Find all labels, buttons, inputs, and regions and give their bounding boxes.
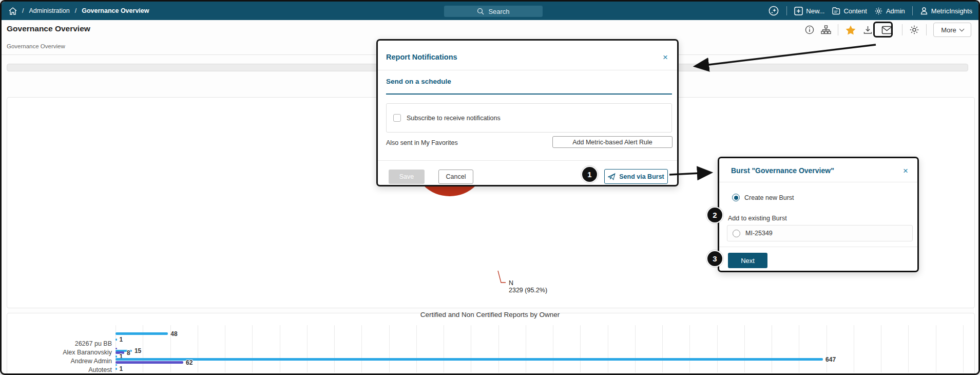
modal-header-divider <box>378 70 677 70</box>
existing-burst-label: MI-25349 <box>745 230 773 237</box>
paper-plane-icon <box>608 173 616 180</box>
chevron-down-icon <box>959 27 964 32</box>
radio-unselected-icon[interactable] <box>733 230 740 237</box>
add-existing-label: Add to existing Burst <box>728 215 787 222</box>
create-new-burst-label: Create new Burst <box>744 194 794 201</box>
add-metric-alert-button[interactable]: Add Metric-based Alert Rule <box>552 136 672 148</box>
modal-header-divider <box>719 182 917 182</box>
bar-segment[interactable] <box>116 368 117 370</box>
donut-slice-label: N <box>509 279 513 287</box>
modal-footer-divider <box>378 160 677 161</box>
search-placeholder: Search <box>488 8 509 15</box>
breadcrumb-item-administration[interactable]: Administration <box>29 7 69 14</box>
plus-square-icon <box>794 7 803 15</box>
donut-slice-value: 2329 (95.2%) <box>509 287 547 294</box>
nav-item-user[interactable]: MetricInsights <box>920 7 972 15</box>
save-button[interactable]: Save <box>389 170 425 184</box>
close-icon[interactable]: × <box>903 166 908 175</box>
bar-segment[interactable] <box>116 358 823 361</box>
gear-icon[interactable] <box>909 25 919 35</box>
send-via-burst-button[interactable]: Send via Burst <box>604 169 668 184</box>
nav-divider <box>786 6 787 15</box>
nav-item-label: Admin <box>886 7 905 15</box>
subscribe-box: Subscribe to receive notifications <box>386 103 672 133</box>
envelope-highlight-box <box>873 22 893 38</box>
top-nav-right: New... Content Admin MetricInsights <box>768 2 972 20</box>
breadcrumb-separator: / <box>75 7 76 14</box>
more-button[interactable]: More <box>933 23 971 37</box>
header-divider-bar <box>902 24 902 35</box>
nav-item-content[interactable]: Content <box>832 7 867 15</box>
download-icon[interactable] <box>863 25 873 35</box>
bar-segment[interactable] <box>116 351 124 354</box>
bar-segment[interactable] <box>116 348 117 349</box>
app-window: / Administration / Governance Overview S… <box>0 0 980 375</box>
page-title: Governance Overview <box>7 24 90 33</box>
step-badge-2: 2 <box>706 207 723 223</box>
person-icon <box>920 7 928 15</box>
nav-item-new[interactable]: New... <box>794 7 824 15</box>
bar-segment[interactable] <box>116 355 117 358</box>
cancel-button[interactable]: Cancel <box>438 170 473 184</box>
subscribe-checkbox[interactable] <box>393 114 401 122</box>
star-icon[interactable] <box>845 25 856 35</box>
nav-item-label: New... <box>806 7 824 15</box>
bar-segment[interactable] <box>116 332 168 335</box>
info-icon[interactable] <box>805 25 814 34</box>
bar-chart-card <box>7 313 975 375</box>
existing-burst-option[interactable]: MI-25349 <box>727 225 913 241</box>
modal-title: Report Notifications <box>386 53 457 61</box>
bar-segment[interactable] <box>116 361 183 364</box>
nav-item-label: Content <box>843 7 867 15</box>
subscribe-label: Subscribe to receive notifications <box>407 115 501 122</box>
arrow-to-report-modal <box>696 45 876 66</box>
section-underline <box>386 93 672 95</box>
home-icon[interactable] <box>9 7 17 15</box>
breadcrumb-separator: / <box>22 7 24 14</box>
document-icon <box>832 7 840 15</box>
bar-chart-title: Certified and Non Certified Reports by O… <box>2 311 978 318</box>
ai-assistant-icon[interactable] <box>768 5 779 16</box>
breadcrumb: / Administration / Governance Overview <box>2 7 149 15</box>
modal-footer-divider <box>719 247 917 247</box>
sitemap-icon[interactable] <box>821 25 831 34</box>
header-divider-bar <box>926 24 927 35</box>
top-nav: / Administration / Governance Overview S… <box>2 2 978 20</box>
breadcrumb-item-current: Governance Overview <box>82 7 149 14</box>
nav-divider <box>912 6 913 15</box>
close-icon[interactable]: × <box>663 53 668 62</box>
bar-segment[interactable] <box>116 364 117 366</box>
radio-selected-icon[interactable] <box>732 194 740 201</box>
favorites-note: Also sent in My Favorites <box>386 139 458 146</box>
nav-item-admin[interactable]: Admin <box>874 7 905 15</box>
search-icon <box>477 8 484 15</box>
report-notifications-modal: Report Notifications × Send on a schedul… <box>376 39 679 186</box>
burst-modal: Burst "Governance Overview" × Create new… <box>718 157 919 272</box>
bar-segment[interactable] <box>116 339 117 341</box>
step-badge-3: 3 <box>706 250 723 267</box>
page-subtitle: Governance Overview <box>7 43 65 49</box>
create-new-burst-option[interactable]: Create new Burst <box>732 194 794 201</box>
modal-title: Burst "Governance Overview" <box>731 166 834 175</box>
send-via-burst-label: Send via Burst <box>619 173 664 180</box>
nav-item-label: MetricInsights <box>931 7 972 15</box>
next-button[interactable]: Next <box>728 253 767 268</box>
header-divider-bar <box>838 24 838 35</box>
gear-icon <box>874 7 883 15</box>
step-badge-1: 1 <box>581 166 598 183</box>
schedule-section-title: Send on a schedule <box>386 78 451 85</box>
more-label: More <box>941 26 956 34</box>
search-input[interactable]: Search <box>444 6 543 17</box>
